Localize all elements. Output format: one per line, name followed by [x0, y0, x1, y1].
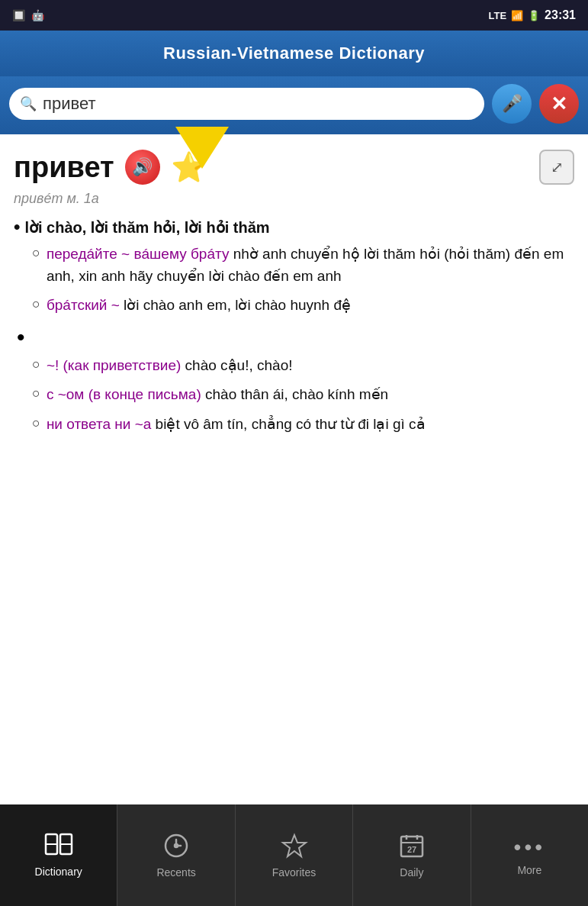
- example-ru-2-1: ~! (как приветствие): [47, 357, 181, 373]
- svg-point-5: [175, 844, 178, 847]
- clear-button[interactable]: ✕: [539, 84, 579, 124]
- bullet-standalone: •: [17, 324, 574, 350]
- definition-main-1: •lời chào, lời thăm hỏi, lời hỏi thăm: [14, 216, 574, 237]
- search-input-wrapper[interactable]: 🔍 привет: [9, 88, 484, 120]
- nav-label-favorites: Favorites: [272, 866, 316, 879]
- mic-button[interactable]: 🎤: [492, 84, 532, 124]
- status-time: 23:31: [545, 8, 576, 22]
- main-word: привет: [14, 151, 114, 184]
- app-header: Russian-Vietnamese Dictionary: [0, 31, 588, 76]
- status-bar: 🔲 🤖 LTE 📶 🔋 23:31: [0, 0, 588, 31]
- network-status: LTE 📶 🔋 23:31: [488, 8, 576, 22]
- word-header: привет 🔊 ⭐ ⤢: [14, 150, 574, 185]
- more-icon: •••: [514, 835, 545, 859]
- bottom-nav: Dictionary Recents Favorites 27: [0, 804, 588, 906]
- example-ru-2-2: с ~ом (в конце письма): [47, 386, 201, 402]
- example-item-1-2: ○ брáтский ~ lời chào anh em, lời chào h…: [14, 295, 574, 317]
- daily-icon: 27: [398, 832, 426, 862]
- android-icon: 🤖: [31, 9, 44, 21]
- example-item-2-1: ○ ~! (как приветствие) chào cậu!, chào!: [14, 355, 574, 377]
- word-grammar: привéт м. 1а: [14, 191, 574, 207]
- signal-bars-icon: 📶: [511, 10, 523, 21]
- nav-item-recents[interactable]: Recents: [117, 804, 234, 906]
- svg-marker-6: [283, 835, 306, 856]
- circle-bullet-icon-3: ○: [32, 356, 40, 372]
- search-input[interactable]: привет: [43, 94, 474, 114]
- close-icon: ✕: [551, 94, 567, 114]
- example-item-1-1: ○ передáйте ~ вáшему брáту nhờ anh chuyể…: [14, 243, 574, 287]
- circle-bullet-icon-2: ○: [32, 296, 40, 312]
- example-ru-2-3: ни ответа ни ~а: [47, 416, 151, 432]
- example-text-2-2: с ~ом (в конце письма) chào thân ái, chà…: [47, 384, 388, 406]
- nav-item-more[interactable]: ••• More: [471, 804, 588, 906]
- nav-label-dictionary: Dictionary: [35, 866, 82, 878]
- example-ru-1-1: передáйте ~ вáшему брáту: [47, 246, 230, 262]
- definition-block-2: ○ ~! (как приветствие) chào cậu!, chào! …: [14, 355, 574, 436]
- nav-label-daily: Daily: [400, 866, 423, 879]
- lte-icon: LTE: [488, 10, 506, 21]
- circle-bullet-icon-4: ○: [32, 385, 40, 401]
- app-title: Russian-Vietnamese Dictionary: [163, 44, 425, 63]
- mic-icon: 🎤: [502, 94, 522, 114]
- expand-button[interactable]: ⤢: [539, 150, 574, 185]
- circle-bullet-icon: ○: [32, 245, 40, 261]
- dictionary-icon: [44, 833, 73, 861]
- example-text-1-1: передáйте ~ вáшему брáту nhờ anh chuyển …: [47, 243, 574, 287]
- example-text-2-3: ни ответа ни ~а biệt vô âm tín, chẳng có…: [47, 414, 426, 436]
- expand-icon: ⤢: [551, 158, 564, 176]
- example-text-2-1: ~! (как приветствие) chào cậu!, chào!: [47, 355, 293, 377]
- nav-item-dictionary[interactable]: Dictionary: [0, 804, 117, 906]
- recents-icon: [162, 832, 190, 862]
- example-item-2-3: ○ ни ответа ни ~а biệt vô âm tín, chẳng …: [14, 414, 574, 436]
- search-bar: 🔍 привет 🎤 ✕: [0, 76, 588, 134]
- example-ru-1-2: брáтский ~: [47, 297, 120, 313]
- example-text-1-2: брáтский ~ lời chào anh em, lời chào huy…: [47, 295, 351, 317]
- nav-label-recents: Recents: [156, 866, 195, 879]
- yellow-arrow-icon: [175, 127, 229, 169]
- battery-icon: 🔋: [528, 10, 540, 21]
- sound-button[interactable]: 🔊: [125, 150, 160, 185]
- svg-text:27: 27: [407, 845, 416, 854]
- favorites-icon: [281, 832, 308, 862]
- nav-item-favorites[interactable]: Favorites: [235, 804, 352, 906]
- dict-content: привет 🔊 ⭐ ⤢ привéт м. 1а •lời chào, lời…: [0, 134, 588, 800]
- search-icon: 🔍: [20, 95, 37, 112]
- notification-icon: 🔲: [12, 9, 25, 21]
- nav-label-more: More: [517, 864, 541, 876]
- example-item-2-2: ○ с ~ом (в конце письма) chào thân ái, c…: [14, 384, 574, 406]
- nav-item-daily[interactable]: 27 Daily: [352, 804, 470, 906]
- bullet-icon-1: •: [14, 216, 20, 237]
- definition-block-1: •lời chào, lời thăm hỏi, lời hỏi thăm ○ …: [14, 216, 574, 317]
- circle-bullet-icon-5: ○: [32, 415, 40, 431]
- speaker-icon: 🔊: [132, 157, 153, 177]
- status-icons-left: 🔲 🤖: [12, 9, 44, 21]
